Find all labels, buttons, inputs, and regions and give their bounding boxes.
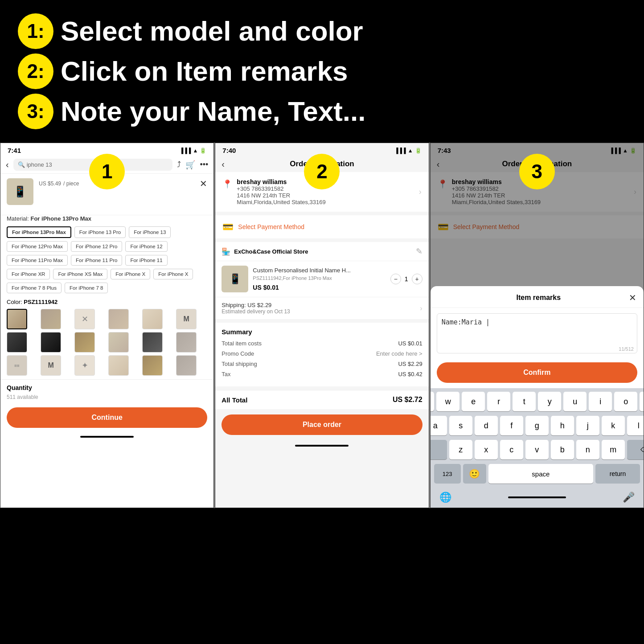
key-e[interactable]: e (462, 392, 485, 411)
model-btn-13[interactable]: For iPhone 7 8 Plus (7, 283, 62, 293)
model-btn-9[interactable]: For iPhone XR (7, 269, 50, 279)
phone-2: 2 7:40 ▐▐▐ ▲ 🔋 ‹ Order Information 📍 bre… (215, 143, 429, 508)
model-options: For iPhone 13Pro Max For iPhone 13 Pro F… (0, 226, 213, 293)
phone1-home-indicator (0, 432, 213, 441)
color-swatch-11[interactable] (142, 332, 163, 353)
model-btn-8[interactable]: For iPhone 11 (125, 255, 167, 266)
phone2-back-button[interactable]: ‹ (222, 159, 225, 169)
key-delete[interactable]: ⌫ (627, 440, 644, 459)
model-btn-12[interactable]: For iPhone X (153, 269, 193, 279)
share-icon[interactable]: ⤴ (177, 160, 181, 170)
color-swatch-12[interactable] (176, 332, 197, 353)
model-btn-0[interactable]: For iPhone 13Pro Max (7, 226, 71, 238)
model-btn-5[interactable]: For iPhone 12 (125, 241, 167, 252)
key-shift[interactable]: ⇧ (430, 440, 447, 459)
key-v[interactable]: v (525, 440, 549, 459)
model-btn-11[interactable]: For iPhone X (111, 269, 150, 279)
key-g[interactable]: g (525, 416, 549, 435)
color-swatch-2[interactable] (41, 309, 61, 329)
color-swatch-8[interactable] (41, 332, 61, 353)
model-btn-10[interactable]: For iPhone XS Max (53, 269, 107, 279)
key-m[interactable]: m (602, 440, 625, 459)
key-q[interactable]: q (430, 392, 435, 411)
cart-icon[interactable]: 🛒 (185, 160, 195, 170)
mic-icon[interactable]: 🎤 (623, 492, 635, 503)
key-d[interactable]: d (475, 416, 498, 435)
color-swatch-1[interactable] (7, 309, 27, 329)
keyboard-bottom-row: 123 🙂 space return (432, 464, 642, 484)
color-swatch-3[interactable]: ✕ (74, 309, 95, 329)
color-swatch-9[interactable] (74, 332, 95, 353)
key-p[interactable]: p (640, 392, 644, 411)
key-r[interactable]: r (487, 392, 510, 411)
color-swatch-15[interactable]: ✦ (74, 355, 95, 376)
color-swatch-7[interactable] (7, 332, 27, 353)
model-btn-4[interactable]: For iPhone 12 Pro (71, 241, 122, 252)
key-b[interactable]: b (551, 440, 574, 459)
keyboard-row-2: a s d f g h j k l (432, 416, 642, 435)
remarks-char-count: 11/512 (619, 346, 634, 352)
model-btn-1[interactable]: For iPhone 13 Pro (74, 226, 126, 238)
phone1-back-button[interactable]: ‹ (6, 160, 9, 170)
model-btn-6[interactable]: For iPhone 11Pro Max (7, 255, 68, 266)
color-swatch-14[interactable]: M (41, 355, 61, 376)
key-emoji[interactable]: 🙂 (463, 464, 486, 484)
phone2-home-indicator (215, 441, 428, 450)
remarks-textarea-container: Name:Maria | 11/512 (431, 308, 644, 361)
globe-icon[interactable]: 🌐 (439, 492, 451, 503)
model-btn-7[interactable]: For iPhone 11 Pro (71, 255, 122, 266)
key-return[interactable]: return (595, 464, 640, 484)
key-123[interactable]: 123 (434, 464, 461, 484)
key-j[interactable]: j (576, 416, 599, 435)
keyboard-row-1: q w e r t y u i o p (432, 392, 642, 411)
key-o[interactable]: o (614, 392, 637, 411)
key-w[interactable]: w (436, 392, 459, 411)
remarks-textarea[interactable]: Name:Maria | (437, 313, 637, 353)
color-swatch-5[interactable] (142, 309, 163, 329)
summary-promo[interactable]: Promo Code Enter code here > (222, 350, 422, 357)
key-s[interactable]: s (449, 416, 472, 435)
phones-container: 1 7:41 ▐▐▐ ▲ 🔋 ‹ 🔍 iphone 13 ⤴ 🛒 ••• (0, 143, 644, 508)
remarks-confirm-button[interactable]: Confirm (437, 362, 637, 383)
continue-button[interactable]: Continue (7, 407, 207, 428)
key-space[interactable]: space (488, 464, 593, 484)
color-swatch-6[interactable]: M (176, 309, 197, 329)
model-btn-2[interactable]: For iPhone 13 (129, 226, 171, 238)
color-swatch-13[interactable]: ≡≡ (7, 355, 27, 376)
quantity-label: Quantity (7, 384, 207, 391)
payment-row[interactable]: 💳 Select Payment Method (215, 215, 428, 238)
close-button[interactable]: ✕ (200, 178, 207, 189)
order-item-title: Custom Personalised Initial Name H... PS… (253, 267, 386, 282)
shipping-label: Shipping: US $2.29 (222, 302, 290, 308)
color-swatch-4[interactable] (108, 309, 129, 329)
key-i[interactable]: i (589, 392, 612, 411)
key-x[interactable]: x (475, 440, 498, 459)
shipping-row: Shipping: US $2.29 Estimated delivery on… (215, 297, 428, 319)
remarks-modal-header: Item remarks ✕ (431, 286, 644, 308)
key-k[interactable]: k (602, 416, 625, 435)
key-n[interactable]: n (576, 440, 599, 459)
order-item-price: US $0.01 (253, 284, 386, 291)
key-z[interactable]: z (449, 440, 472, 459)
qty-increase-button[interactable]: + (412, 274, 422, 284)
more-icon[interactable]: ••• (200, 160, 208, 170)
key-c[interactable]: c (500, 440, 523, 459)
color-swatch-16[interactable] (108, 355, 129, 376)
key-y[interactable]: y (538, 392, 561, 411)
model-btn-3[interactable]: For iPhone 12Pro Max (7, 241, 68, 252)
quantity-control: − 1 + (390, 274, 422, 284)
place-order-button[interactable]: Place order (222, 414, 422, 435)
key-f[interactable]: f (500, 416, 523, 435)
color-swatch-17[interactable] (142, 355, 163, 376)
key-t[interactable]: t (513, 392, 536, 411)
key-l[interactable]: l (627, 416, 644, 435)
key-h[interactable]: h (551, 416, 574, 435)
key-a[interactable]: a (430, 416, 447, 435)
color-swatch-18[interactable] (176, 355, 197, 376)
color-swatch-10[interactable] (108, 332, 129, 353)
qty-decrease-button[interactable]: − (390, 274, 401, 284)
model-btn-14[interactable]: For iPhone 7 8 (65, 283, 108, 293)
key-u[interactable]: u (563, 392, 587, 411)
edit-icon[interactable]: ✎ (416, 246, 422, 256)
remarks-close-button[interactable]: ✕ (629, 292, 636, 303)
